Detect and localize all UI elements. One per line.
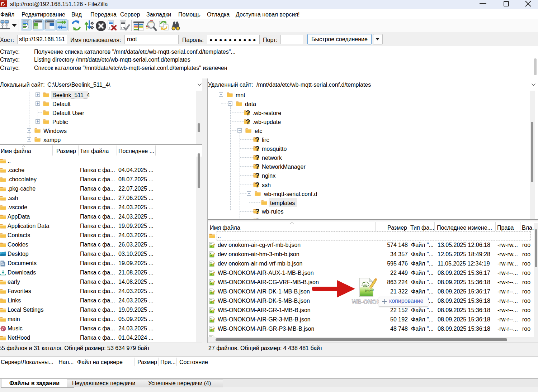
svg-text:z: z [3, 3, 5, 7]
svg-text:bloped: bloped [365, 288, 374, 292]
